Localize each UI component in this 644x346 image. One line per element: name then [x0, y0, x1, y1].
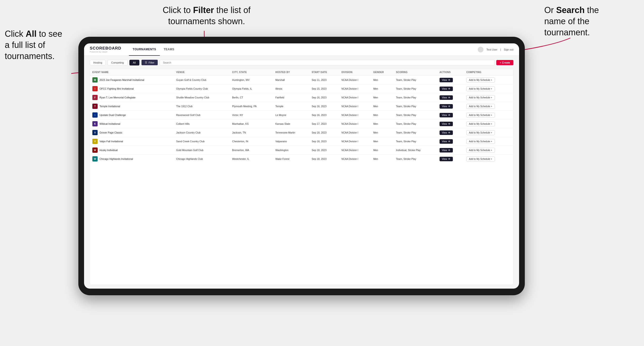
division-cell-7: NCAA Division I: [339, 137, 371, 146]
tab-hosting[interactable]: Hosting: [90, 60, 106, 65]
view-button-2[interactable]: View 👁: [440, 95, 453, 100]
tab-all[interactable]: All: [130, 60, 140, 65]
event-cell-0: M 2023 Joe Feaganes Marshall Invitationa…: [90, 76, 174, 84]
add-to-schedule-button-9[interactable]: Add to My Schedule +: [466, 157, 495, 162]
actions-cell-4: View 👁: [437, 111, 464, 120]
hosted-by-cell-3: Temple: [273, 102, 310, 111]
filter-button[interactable]: ☰ Filter: [141, 59, 158, 65]
gender-cell-2: Men: [371, 93, 394, 102]
city-state-cell-9: Westchester, IL: [230, 155, 273, 164]
event-name-9: Chicago Highlands Invitational: [100, 158, 133, 160]
add-to-schedule-button-7[interactable]: Add to My Schedule +: [466, 139, 495, 144]
add-to-schedule-button-5[interactable]: Add to My Schedule +: [466, 121, 495, 126]
actions-cell-9: View 👁: [437, 155, 464, 164]
eye-icon-5: 👁: [448, 123, 450, 125]
start-date-cell-4: Sep 16, 2023: [310, 111, 339, 120]
col-hosted-by: HOSTED BY: [273, 69, 310, 76]
city-state-cell-6: Jackson, TN: [230, 128, 273, 137]
signout-link[interactable]: Sign out: [504, 48, 514, 51]
view-button-3[interactable]: View 👁: [440, 104, 453, 109]
view-button-5[interactable]: View 👁: [440, 122, 453, 126]
division-cell-8: NCAA Division I: [339, 146, 371, 155]
event-cell-9: W Chicago Highlands Invitational: [90, 155, 174, 164]
actions-cell-8: View 👁: [437, 146, 464, 155]
add-to-schedule-button-2[interactable]: Add to My Schedule +: [466, 95, 495, 100]
start-date-cell-7: Sep 18, 2023: [310, 137, 339, 146]
table-row: I OFCC Fighting Illini Invitational Olym…: [90, 84, 513, 93]
view-button-6[interactable]: View 👁: [440, 130, 453, 135]
col-scoring: SCORING: [394, 69, 437, 76]
event-cell-1: I OFCC Fighting Illini Invitational: [90, 84, 174, 93]
view-button-4[interactable]: View 👁: [440, 113, 453, 117]
eye-icon-8: 👁: [448, 149, 450, 152]
add-to-schedule-button-8[interactable]: Add to My Schedule +: [466, 148, 495, 153]
scoring-cell-4: Team, Stroke Play: [394, 111, 437, 120]
view-button-8[interactable]: View 👁: [440, 148, 453, 153]
view-button-1[interactable]: View 👁: [440, 87, 453, 91]
hosted-by-cell-1: Illinois: [273, 84, 310, 93]
view-button-7[interactable]: View 👁: [440, 139, 453, 144]
scoring-cell-6: Team, Stroke Play: [394, 128, 437, 137]
col-venue: VENUE: [174, 69, 230, 76]
avatar: [478, 47, 484, 52]
team-logo-5: K: [92, 121, 98, 126]
table-row: K Wildcat Invitational Colbert Hills Man…: [90, 120, 513, 128]
event-name-5: Wildcat Invitational: [100, 122, 120, 125]
table-row: W Chicago Highlands Invitational Chicago…: [90, 155, 513, 164]
add-to-schedule-button-1[interactable]: Add to My Schedule +: [466, 86, 495, 91]
divider: |: [500, 48, 501, 51]
hosted-by-cell-9: Wake Forest: [273, 155, 310, 164]
city-state-cell-7: Chesterton, IN: [230, 137, 273, 146]
competing-cell-4: Add to My Schedule +: [464, 111, 513, 120]
app-header: SCOREBOARD Powered by clippd TOURNAMENTS…: [84, 43, 519, 56]
eye-icon-9: 👁: [448, 158, 450, 160]
tablet-screen: SCOREBOARD Powered by clippd TOURNAMENTS…: [84, 43, 519, 289]
add-to-schedule-button-3[interactable]: Add to My Schedule +: [466, 104, 495, 109]
add-to-schedule-button-4[interactable]: Add to My Schedule +: [466, 113, 495, 118]
team-logo-8: W: [92, 148, 98, 153]
hosted-by-cell-0: Marshall: [273, 76, 310, 84]
division-cell-6: NCAA Division I: [339, 128, 371, 137]
division-cell-0: NCAA Division I: [339, 76, 371, 84]
city-state-cell-1: Olympia Fields, IL: [230, 84, 273, 93]
tablet-frame: SCOREBOARD Powered by clippd TOURNAMENTS…: [78, 37, 525, 295]
logo-sub: Powered by clippd: [90, 51, 121, 53]
start-date-cell-6: Sep 18, 2023: [310, 128, 339, 137]
view-button-9[interactable]: View 👁: [440, 157, 453, 161]
city-state-cell-8: Bremerton, WA: [230, 146, 273, 155]
venue-cell-0: Guyan Golf & Country Club: [174, 76, 230, 84]
annotation-search: Or Search thename of thetournament.: [544, 5, 634, 38]
actions-cell-7: View 👁: [437, 137, 464, 146]
city-state-cell-3: Plymouth Meeting, PA: [230, 102, 273, 111]
table-row: V Grover Page Classic Jackson Country Cl…: [90, 128, 513, 137]
nav-tabs: TOURNAMENTS TEAMS: [129, 43, 178, 56]
hosted-by-cell-8: Washington: [273, 146, 310, 155]
hosted-by-cell-7: Valparaiso: [273, 137, 310, 146]
event-name-6: Grover Page Classic: [100, 131, 122, 134]
nav-tab-teams[interactable]: TEAMS: [160, 43, 178, 56]
hosted-by-cell-5: Kansas State: [273, 120, 310, 128]
add-to-schedule-button-6[interactable]: Add to My Schedule +: [466, 130, 495, 135]
eye-icon-3: 👁: [448, 105, 450, 108]
tab-competing[interactable]: Competing: [108, 60, 127, 65]
venue-cell-8: Gold Mountain Golf Club: [174, 146, 230, 155]
create-button[interactable]: + Create: [496, 60, 514, 65]
venue-cell-5: Colbert Hills: [174, 120, 230, 128]
division-cell-1: NCAA Division I: [339, 84, 371, 93]
actions-cell-0: View 👁: [437, 76, 464, 84]
competing-cell-9: Add to My Schedule +: [464, 155, 513, 164]
start-date-cell-0: Sep 11, 2023: [310, 76, 339, 84]
division-cell-9: NCAA Division I: [339, 155, 371, 164]
competing-cell-2: Add to My Schedule +: [464, 93, 513, 102]
division-cell-5: NCAA Division I: [339, 120, 371, 128]
venue-cell-3: The 1912 Club: [174, 102, 230, 111]
scoring-cell-3: Team, Stroke Play: [394, 102, 437, 111]
nav-tab-tournaments[interactable]: TOURNAMENTS: [129, 43, 160, 56]
team-logo-7: V: [92, 139, 98, 144]
view-button-0[interactable]: View 👁: [440, 78, 453, 82]
hosted-by-cell-6: Tennessee-Martin: [273, 128, 310, 137]
add-to-schedule-button-0[interactable]: Add to My Schedule +: [466, 78, 495, 83]
hosted-by-cell-2: Fairfield: [273, 93, 310, 102]
search-input[interactable]: [160, 60, 494, 65]
table-row: M 2023 Joe Feaganes Marshall Invitationa…: [90, 76, 513, 84]
